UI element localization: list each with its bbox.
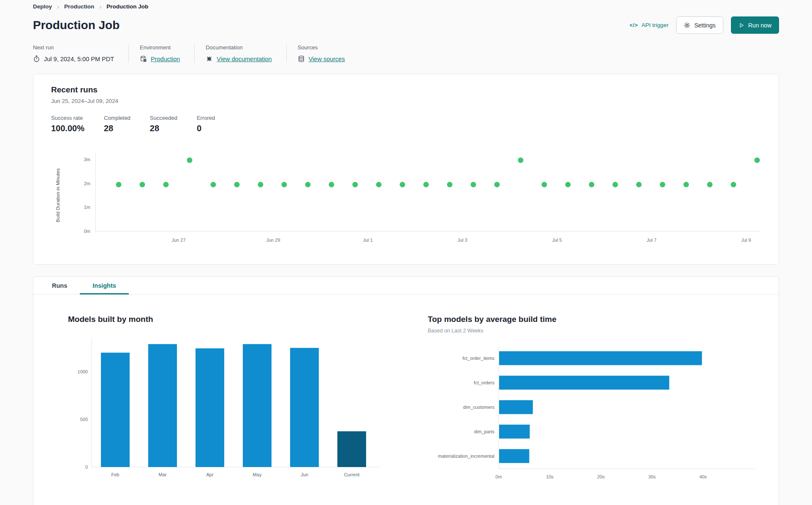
category-label: Apr [206,472,213,477]
environment-label: Environment [140,44,180,51]
run-duration-point [353,182,358,187]
top-models-chart-subtitle: Based on Last 2 Weeks [428,328,766,334]
docs-icon [206,55,213,62]
tab-runs[interactable]: Runs [39,277,80,294]
tab-insights[interactable]: Insights [80,277,129,294]
stat-errored: Errored 0 [197,115,215,133]
model-name-label: materialization_incremental [438,454,494,459]
run-duration-point [447,182,453,187]
play-icon [739,22,744,28]
info-environment: Environment Production [128,44,194,62]
models-built-by-month-chart: 05001000FebMarAprMayJunCurrent [68,335,389,485]
run-now-label: Run now [748,22,771,29]
documentation-label: Documentation [206,44,272,51]
run-duration-point [542,182,547,187]
run-duration-point [187,157,193,163]
sources-label: Sources [298,44,345,51]
database-icon [298,55,305,62]
run-duration-point [305,182,311,187]
run-duration-point [684,182,689,187]
view-documentation-link[interactable]: View documentation [217,56,272,62]
models-built-chart-title: Models built by month [68,315,389,324]
job-info-row: Next run Jul 9, 2024, 5:00 PM PDT Enviro… [33,44,779,62]
x-tick-label: Jul 5 [552,238,562,243]
run-duration-point [589,182,595,187]
run-duration-point [211,182,216,187]
breadcrumb-production-job: Production Job [106,3,148,10]
recent-runs-stats: Success rate 100.00% Completed 28 Succee… [51,115,761,133]
stat-succeeded: Succeeded 28 [150,115,177,133]
y-tick-label: 1000 [78,369,88,374]
y-tick-label: 0m [84,229,90,234]
category-label: Jun [301,472,308,477]
run-duration-point [755,157,760,163]
code-icon: </> [630,22,638,28]
top-models-chart: fct_order_itemsfct_ordersdim_customersdi… [428,342,766,485]
y-tick-label: 500 [80,417,88,422]
category-label: Feb [111,472,119,477]
model-build-time-bar [499,449,529,463]
run-duration-point [163,182,169,187]
view-sources-link[interactable]: View sources [309,56,345,62]
top-models-chart-title: Top models by average build time [428,315,766,324]
month-bar [337,431,366,467]
x-tick-label: 20s [597,474,605,479]
next-run-value: Jul 9, 2024, 5:00 PM PDT [44,56,114,62]
info-documentation: Documentation View documentation [194,44,286,62]
category-label: Current [344,472,360,477]
x-tick-label: 0m [495,474,502,479]
header-actions: </> API trigger Settings Run [630,16,779,34]
recent-runs-scatter-svg: Build Duration in Minutes0m1m2m3mJun 27J… [51,143,765,253]
y-tick-label: 0 [85,464,88,470]
model-name-label: dim_customers [463,405,494,410]
x-tick-label: 40s [699,474,707,479]
y-tick-label: 2m [84,181,90,186]
settings-label: Settings [694,22,716,29]
run-duration-point [660,182,665,187]
scatter-y-axis-title: Build Duration in Minutes [55,168,60,222]
x-tick-label: 30s [648,474,656,479]
insights-charts-row: Models built by month 05001000FebMarAprM… [33,294,779,485]
settings-button[interactable]: Settings [676,16,723,34]
run-now-button[interactable]: Run now [731,16,779,34]
model-build-time-bar [499,400,533,414]
insights-panel: Runs Insights Models built by month 0500… [33,276,779,505]
y-tick-label: 3m [84,157,90,162]
next-run-label: Next run [33,44,114,51]
run-duration-point [376,182,382,187]
environment-link[interactable]: Production [151,56,180,62]
run-duration-point [258,182,263,187]
top-models-section: Top models by average build time Based o… [428,315,766,485]
run-duration-point [116,182,122,187]
api-trigger-label: API trigger [641,22,668,28]
environment-icon [140,55,147,62]
run-duration-point [424,182,429,187]
x-tick-label: Jul 7 [646,238,656,243]
model-build-time-bar [499,351,702,365]
model-build-time-bar [499,376,669,390]
header-row: Production Job </> API trigger Settings [33,16,779,34]
x-tick-label: Jul 9 [741,238,751,243]
api-trigger-link[interactable]: </> API trigger [630,22,668,28]
top-models-svg: fct_order_itemsfct_ordersdim_customersdi… [428,342,766,483]
info-next-run: Next run Jul 9, 2024, 5:00 PM PDT [33,44,128,62]
build-duration-scatter-chart: Build Duration in Minutes0m1m2m3mJun 27J… [51,143,761,255]
run-duration-point [329,182,334,187]
breadcrumb-deploy[interactable]: Deploy [33,3,52,10]
model-name-label: dim_parts [474,429,495,434]
y-tick-label: 1m [84,205,90,210]
stopwatch-icon [33,55,40,62]
gear-icon [684,22,690,29]
breadcrumb-production[interactable]: Production [64,3,94,10]
month-bar [290,348,319,467]
run-duration-point [565,182,571,187]
model-name-label: fct_order_items [462,356,494,361]
recent-runs-date-range: Jun 25, 2024–Jul 09, 2024 [51,98,761,104]
recent-runs-title: Recent runs [51,85,761,95]
x-tick-label: Jul 1 [363,238,372,243]
run-duration-point [471,182,476,187]
x-tick-label: Jun 27 [171,238,185,243]
models-built-svg: 05001000FebMarAprMayJunCurrent [68,335,380,483]
page: Deploy › Production › Production Job Pro… [0,0,812,505]
models-built-by-month-section: Models built by month 05001000FebMarAprM… [68,315,389,485]
